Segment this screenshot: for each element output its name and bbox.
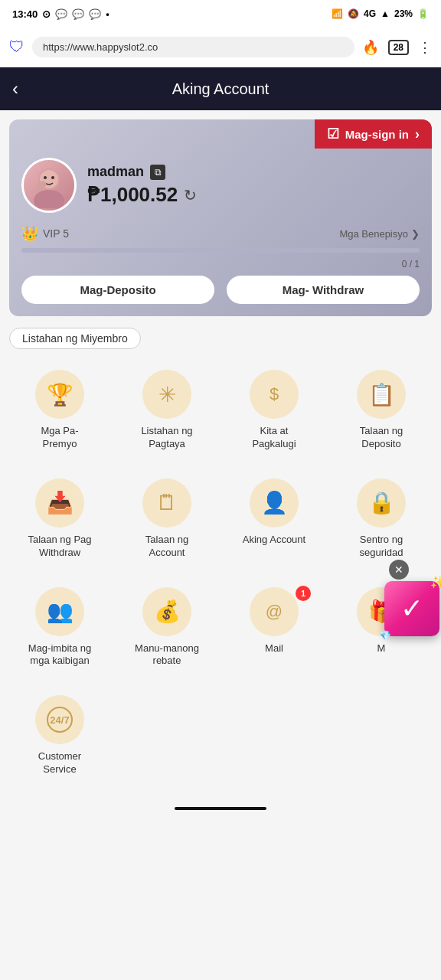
avatar-image <box>24 160 74 211</box>
menu-item-seguridad[interactable]: 🔒 Sentro ngseguridad <box>331 466 432 569</box>
mail-icon: @ <box>250 587 299 636</box>
menu-item-customer[interactable]: 24/7 CustomerService <box>9 683 110 786</box>
progress-bar <box>21 248 420 253</box>
menu-item-premyo[interactable]: 🏆 Mga Pa-Premyo <box>9 358 110 460</box>
signin-label: Mag-sign in <box>345 128 409 141</box>
signin-icon: ☑ <box>327 126 339 142</box>
mystery-label: M <box>377 642 386 655</box>
page-header: ‹ Aking Account <box>0 67 441 110</box>
mute-icon: 🔕 <box>348 8 359 19</box>
pagtaya-icon: ✳ <box>142 370 191 419</box>
dot-icon: • <box>106 8 109 20</box>
deposit-button[interactable]: Mag-Deposito <box>21 276 214 304</box>
pagtaya-label: Listahan ngPagtaya <box>141 425 192 451</box>
balance-row: ₱1,000.52 ↻ <box>87 183 420 207</box>
battery-label: 23% <box>394 8 413 19</box>
section-label-text: Listahan ng Miyembro <box>9 328 141 349</box>
aking-icon: 👤 <box>250 479 299 528</box>
back-button[interactable]: ‹ <box>12 78 18 100</box>
menu-item-mail[interactable]: 1 @ Mail <box>224 575 325 678</box>
menu-item-withdraw[interactable]: 📥 Talaan ng PagWithdraw <box>9 466 110 569</box>
menu-item-kita[interactable]: $ Kita atPagkalugi <box>224 358 325 460</box>
withdraw-label: Talaan ng PagWithdraw <box>28 534 91 560</box>
benefits-label: Mga Benepisyo <box>339 228 408 240</box>
mail-badge: 1 <box>296 586 311 601</box>
battery-icon: 🔋 <box>417 8 429 19</box>
menu-item-deposito[interactable]: 📋 Talaan ngDeposito <box>331 358 432 460</box>
menu-item-mystery[interactable]: ✕ ✓ ✨ 💎 🎁 M <box>331 575 432 678</box>
menu-item-kaibigan[interactable]: 👥 Mag-imbita ngmga kaibigan <box>9 575 110 678</box>
kita-icon: $ <box>250 370 299 419</box>
customer-label: CustomerService <box>38 750 81 776</box>
kaibigan-icon: 👥 <box>35 587 84 636</box>
premyo-label: Mga Pa-Premyo <box>41 425 78 451</box>
crown-icon: 👑 <box>21 225 38 242</box>
checkmark-icon: ✓ <box>400 593 423 625</box>
vip-benefits-row: 👑 VIP 5 Mga Benepisyo ❯ <box>9 222 432 245</box>
popup-container: ✕ ✓ ✨ 💎 <box>384 560 439 636</box>
withdraw-icon: 📥 <box>35 479 84 528</box>
rebate-icon: 💰 <box>142 587 191 636</box>
username: madman <box>87 164 144 180</box>
progress-label: 0 / 1 <box>9 259 432 270</box>
popup-close-button[interactable]: ✕ <box>389 560 409 580</box>
seguridad-label: Sentro ngseguridad <box>359 534 403 560</box>
copy-icon[interactable]: ⧉ <box>150 165 165 180</box>
username-row: madman ⧉ <box>87 164 420 180</box>
account-label: Talaan ngAccount <box>145 534 188 560</box>
sim-icon: 📶 <box>332 8 343 19</box>
withdraw-button[interactable]: Mag- Withdraw <box>227 276 420 304</box>
svg-text:24/7: 24/7 <box>50 714 69 726</box>
benefits-link[interactable]: Mga Benepisyo ❯ <box>339 228 420 240</box>
status-right: 📶 🔕 4G ▲ 23% 🔋 <box>332 8 429 19</box>
fire-icon[interactable]: 🔥 <box>362 39 379 56</box>
svg-point-4 <box>51 176 54 179</box>
more-icon[interactable]: ⋮ <box>418 39 432 56</box>
status-bar: 13:40 ⊙ 💬 💬 💬 • 📶 🔕 4G ▲ 23% 🔋 <box>0 0 441 28</box>
circle-icon: ⊙ <box>42 8 51 20</box>
messenger2-icon: 💬 <box>89 8 101 20</box>
account-icon: 🗒 <box>142 479 191 528</box>
message-icon: 💬 <box>55 8 67 20</box>
bottom-nav-indicator <box>175 807 266 810</box>
account-card: ☑ Mag-sign in › m <box>9 119 432 316</box>
url-bar[interactable]: https://www.happyslot2.co <box>32 37 354 57</box>
menu-grid: 🏆 Mga Pa-Premyo ✳ Listahan ngPagtaya $ K… <box>0 351 441 792</box>
signal-icon: ▲ <box>381 8 390 19</box>
deposito-label: Talaan ngDeposito <box>360 425 403 451</box>
svg-point-1 <box>34 190 64 208</box>
section-label: Listahan ng Miyembro <box>9 332 141 345</box>
balance: ₱1,000.52 <box>87 183 178 207</box>
messenger-icon: 💬 <box>72 8 84 20</box>
browser-bar: 🛡 https://www.happyslot2.co 🔥 28 ⋮ <box>0 28 441 67</box>
page-title: Aking Account <box>172 80 270 98</box>
time: 13:40 <box>12 8 38 20</box>
menu-item-pagtaya[interactable]: ✳ Listahan ngPagtaya <box>116 358 217 460</box>
account-info: madman ⧉ ₱1,000.52 ↻ <box>9 149 432 222</box>
tab-count-badge[interactable]: 28 <box>388 40 409 55</box>
popup-book: ✓ ✨ 💎 <box>384 581 439 636</box>
avatar <box>21 158 77 213</box>
svg-point-3 <box>44 176 47 179</box>
menu-item-rebate[interactable]: 💰 Manu-manongrebate <box>116 575 217 678</box>
menu-item-aking[interactable]: 👤 Aking Account <box>224 466 325 569</box>
refresh-icon[interactable]: ↻ <box>184 186 197 204</box>
deposito-icon: 📋 <box>357 370 406 419</box>
menu-item-account[interactable]: 🗒 Talaan ngAccount <box>116 466 217 569</box>
action-buttons: Mag-Deposito Mag- Withdraw <box>9 276 432 304</box>
aking-label: Aking Account <box>243 534 305 547</box>
customer-icon: 24/7 <box>35 695 84 744</box>
rebate-label: Manu-manongrebate <box>135 642 199 668</box>
kita-label: Kita atPagkalugi <box>252 425 296 451</box>
vip-level: VIP 5 <box>43 227 69 240</box>
gem-icon: 💎 <box>380 630 391 641</box>
seguridad-icon: 🔒 <box>357 479 406 528</box>
premyo-icon: 🏆 <box>35 370 84 419</box>
signin-arrow-icon: › <box>415 126 420 142</box>
browser-icons: 🔥 28 ⋮ <box>362 39 432 56</box>
signin-bar[interactable]: ☑ Mag-sign in › <box>315 119 432 149</box>
mail-label: Mail <box>265 642 283 655</box>
status-left: 13:40 ⊙ 💬 💬 💬 • <box>12 8 109 20</box>
kaibigan-label: Mag-imbita ngmga kaibigan <box>28 642 91 668</box>
vip-label: 👑 VIP 5 <box>21 225 69 242</box>
